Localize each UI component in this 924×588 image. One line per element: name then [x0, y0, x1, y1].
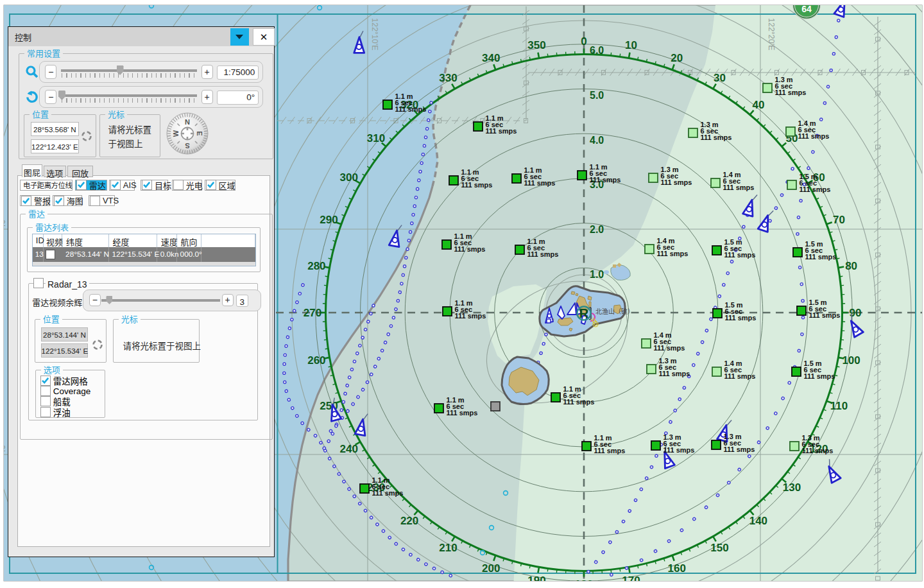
svg-text:10: 10 — [625, 39, 637, 51]
svg-text:北渔山（礁）: 北渔山（礁） — [595, 307, 634, 315]
svg-text:210: 210 — [439, 542, 457, 554]
svg-text:1.0: 1.0 — [590, 269, 604, 280]
svg-text:64: 64 — [801, 4, 812, 14]
svg-text:200: 200 — [482, 562, 500, 575]
svg-text:160: 160 — [668, 562, 686, 575]
svg-text:280: 280 — [307, 260, 325, 272]
svg-text:20: 20 — [671, 52, 683, 64]
svg-text:80: 80 — [845, 260, 857, 272]
svg-text:W: W — [172, 130, 180, 137]
svg-text:N: N — [185, 118, 190, 126]
svg-text:310: 310 — [367, 132, 385, 144]
svg-text:110: 110 — [830, 400, 848, 412]
svg-text:122°20'E: 122°20'E — [767, 18, 776, 50]
svg-text:R: R — [579, 306, 589, 320]
svg-text:S: S — [185, 142, 189, 150]
svg-text:4.0: 4.0 — [590, 135, 604, 146]
svg-text:350: 350 — [527, 39, 545, 51]
svg-text:240: 240 — [340, 443, 358, 455]
svg-text:5.0: 5.0 — [590, 90, 604, 101]
svg-text:E: E — [196, 131, 203, 135]
svg-text:330: 330 — [439, 72, 457, 84]
svg-text:340: 340 — [482, 52, 500, 64]
svg-text:180: 180 — [575, 578, 593, 588]
svg-text:122°10'E: 122°10'E — [370, 18, 379, 50]
svg-text:40: 40 — [752, 99, 764, 111]
svg-text:140: 140 — [749, 515, 767, 527]
svg-text:150: 150 — [710, 542, 728, 554]
svg-text:30: 30 — [714, 72, 726, 84]
svg-text:130: 130 — [783, 481, 801, 494]
svg-text:70: 70 — [833, 214, 845, 226]
svg-text:270: 270 — [304, 307, 321, 319]
svg-text:300: 300 — [340, 171, 358, 184]
svg-text:190: 190 — [527, 575, 545, 587]
svg-text:100: 100 — [842, 354, 860, 367]
svg-text:6.0: 6.0 — [590, 45, 604, 56]
svg-text:170: 170 — [622, 575, 640, 587]
svg-text:260: 260 — [307, 354, 325, 367]
svg-text:220: 220 — [400, 515, 418, 527]
svg-text:2.0: 2.0 — [590, 224, 604, 235]
svg-text:0: 0 — [581, 35, 586, 48]
svg-text:290: 290 — [320, 214, 338, 226]
